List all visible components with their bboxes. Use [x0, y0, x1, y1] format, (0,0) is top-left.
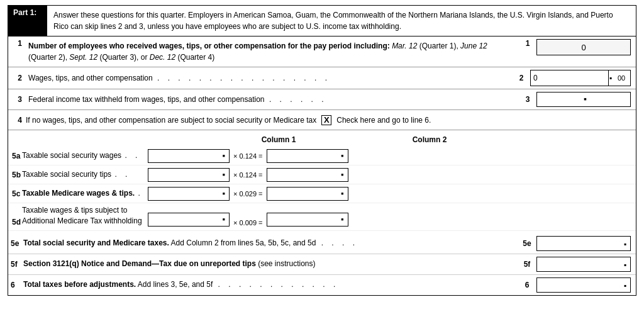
line5f-field[interactable]: ▪ [536, 257, 631, 272]
line5e-label: Total social security and Medicare taxes… [23, 238, 518, 249]
line1-label-bold: Number of employees who received wages, … [28, 42, 390, 50]
line5b-label: Taxable social security tips . . [22, 170, 148, 180]
line2-cents: 00 [613, 74, 630, 82]
line5d-label: Taxable wages & tips subject to Addition… [22, 205, 148, 227]
line5c-dot2: ▪ [341, 189, 344, 198]
line6-dots: . . . . . . . . . . . . [213, 280, 338, 289]
line6-label: Total taxes before adjustments. Add line… [23, 279, 518, 290]
line5a-dot1: ▪ [222, 151, 225, 160]
line5a-multiplier: × 0.124 = [233, 152, 263, 160]
line5e-ref: 5e [518, 239, 536, 248]
line3-decimal: ▪ [584, 94, 587, 104]
line5e-num: 5e [8, 239, 23, 248]
line5e-row: 5e Total social security and Medicare ta… [8, 233, 636, 254]
line4-content: If no wages, tips, and other compensatio… [26, 115, 636, 125]
line6-dot: ▪ [624, 281, 626, 290]
line6-ref: 6 [518, 281, 536, 289]
line5b-multiplier: × 0.124 = [233, 171, 263, 179]
line4-checkbox[interactable]: X [321, 115, 331, 125]
line2-row: 2 Wages, tips, and other compensation . … [8, 67, 636, 89]
line1-row: 1 Number of employees who received wages… [8, 36, 636, 67]
section-5: Column 1 Column 2 5a Taxable social secu… [8, 130, 636, 233]
line2-field[interactable]: 0 ▪ 00 [530, 70, 631, 86]
line4-label: If no wages, tips, and other compensatio… [26, 116, 316, 125]
line4-row: 4 If no wages, tips, and other compensat… [8, 110, 636, 130]
line5c-col2-input[interactable]: ▪ [267, 187, 348, 201]
line5d-dot1: ▪ [222, 215, 225, 224]
line5c-row: 5c Taxable Medicare wages & tips. . ▪ × … [8, 184, 636, 203]
line5e-field[interactable]: ▪ [536, 236, 631, 251]
line1-number: 1 [8, 39, 26, 48]
part1-label: Part 1: [8, 6, 46, 36]
line5f-dot: ▪ [624, 260, 626, 269]
line5a-row: 5a Taxable social security wages . . ▪ ×… [8, 147, 636, 165]
line5d-col2-input[interactable]: ▪ [267, 213, 348, 227]
part1-instructions: Answer these questions for this quarter.… [46, 6, 636, 36]
line5c-dots: . [138, 189, 143, 198]
line5f-label: Section 3121(q) Notice and Demand—Tax du… [23, 259, 518, 269]
line3-dots: . . . . . . [269, 95, 327, 104]
line5b-row: 5b Taxable social security tips . . ▪ × … [8, 165, 636, 184]
line5c-multiplier: × 0.029 = [233, 190, 263, 198]
line6-num: 6 [8, 281, 23, 289]
line2-label: Wages, tips, and other compensation . . … [26, 72, 513, 85]
line1-value: 0 [581, 43, 586, 52]
line5b-col2-input[interactable]: ▪ [267, 168, 348, 182]
col2-header: Column 2 [386, 135, 474, 144]
line6-row: 6 Total taxes before adjustments. Add li… [8, 275, 636, 295]
line5c-col1-input[interactable]: ▪ [148, 187, 230, 201]
line3-label: Federal income tax withheld from wages, … [26, 93, 519, 106]
line1-label: Number of employees who received wages, … [26, 39, 519, 64]
line5b-dots: . . [114, 170, 130, 179]
col1-header: Column 1 [222, 135, 335, 144]
line5b-dot1: ▪ [222, 170, 225, 179]
line5c-num: 5c [8, 189, 22, 198]
line6-field[interactable]: ▪ [536, 277, 631, 293]
line4-number: 4 [8, 116, 26, 125]
line5d-row: 5d Taxable wages & tips subject to Addit… [8, 203, 636, 231]
line3-ref: 3 [519, 95, 536, 104]
line1-label-italic: Mar. 12 [392, 42, 417, 50]
line5c-dot1: ▪ [222, 189, 225, 198]
part1-header: Part 1: Answer these questions for this … [8, 6, 636, 36]
line1-ref: 1 [519, 39, 536, 48]
line4-check-text: Check here and go to line 6. [336, 116, 431, 125]
line5f-row: 5f Section 3121(q) Notice and Demand—Tax… [8, 254, 636, 275]
line5b-dot2: ▪ [341, 170, 344, 179]
line5d-dot2: ▪ [341, 215, 344, 224]
line3-field[interactable]: ▪ [536, 92, 631, 107]
line1-field[interactable]: 0 [536, 39, 631, 55]
line2-ref: 2 [513, 74, 530, 82]
line5b-col1-input[interactable]: ▪ [148, 168, 230, 182]
line2-main-value: 0 [531, 70, 608, 86]
line5d-col1-input[interactable]: ▪ [148, 213, 230, 227]
line5b-num: 5b [8, 171, 22, 179]
line5a-dots: . . [125, 151, 140, 160]
line5e-dot: ▪ [624, 240, 626, 249]
line5d-multiplier: × 0.009 = [233, 219, 263, 227]
line5c-label: Taxable Medicare wages & tips. . [22, 189, 148, 199]
line2-dots: . . . . . . . . . . . . . . . . . [157, 74, 330, 82]
line5f-ref: 5f [518, 260, 536, 269]
line5a-dot2: ▪ [341, 151, 344, 160]
line5a-col1-input[interactable]: ▪ [148, 149, 230, 163]
line5a-col2-input[interactable]: ▪ [267, 149, 348, 163]
line5a-label: Taxable social security wages . . [22, 151, 148, 161]
col-headers: Column 1 Column 2 [8, 133, 636, 147]
line5a-num: 5a [8, 152, 22, 160]
line3-row: 3 Federal income tax withheld from wages… [8, 89, 636, 110]
line2-cents-box: ▪ 00 [609, 74, 630, 82]
line3-number: 3 [8, 95, 26, 104]
line5f-num: 5f [8, 260, 23, 269]
line2-number: 2 [8, 74, 26, 82]
line5d-num: 5d [8, 218, 22, 227]
line5e-dots: . . . . [316, 238, 358, 247]
